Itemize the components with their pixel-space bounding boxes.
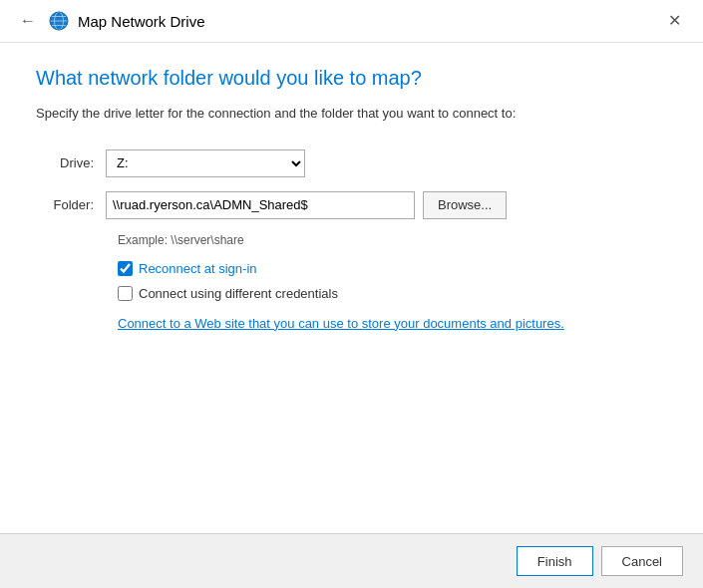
example-text: Example: \\server\share [118,233,667,247]
title-bar: ← Map Network Drive ✕ [0,0,703,43]
web-link[interactable]: Connect to a Web site that you can use t… [118,316,564,331]
credentials-checkbox[interactable] [118,286,133,301]
folder-input[interactable] [106,191,415,219]
drive-label: Drive: [36,155,106,170]
web-link-row: Connect to a Web site that you can use t… [118,315,667,331]
main-question: What network folder would you like to ma… [36,67,667,90]
map-network-drive-dialog: ← Map Network Drive ✕ What network folde… [0,0,703,588]
dialog-footer: Finish Cancel [0,533,703,588]
browse-button[interactable]: Browse... [423,191,507,219]
drive-row: Drive: Z: Y: X: W: V: U: [36,149,667,177]
folder-row: Folder: Browse... [36,191,667,219]
reconnect-label[interactable]: Reconnect at sign-in [139,261,257,276]
finish-button[interactable]: Finish [517,546,593,576]
credentials-label[interactable]: Connect using different credentials [139,286,338,301]
drive-select[interactable]: Z: Y: X: W: V: U: [106,149,305,177]
close-button[interactable]: ✕ [662,11,687,31]
back-button[interactable]: ← [16,11,40,31]
reconnect-checkbox[interactable] [118,261,133,276]
folder-label: Folder: [36,197,106,212]
network-icon [48,10,70,32]
dialog-title: Map Network Drive [78,13,205,30]
dialog-content: What network folder would you like to ma… [0,43,703,533]
subtitle-text: Specify the drive letter for the connect… [36,104,667,124]
credentials-row: Connect using different credentials [118,286,667,301]
reconnect-row: Reconnect at sign-in [118,261,667,276]
title-bar-left: ← Map Network Drive [16,10,662,32]
cancel-button[interactable]: Cancel [601,546,683,576]
